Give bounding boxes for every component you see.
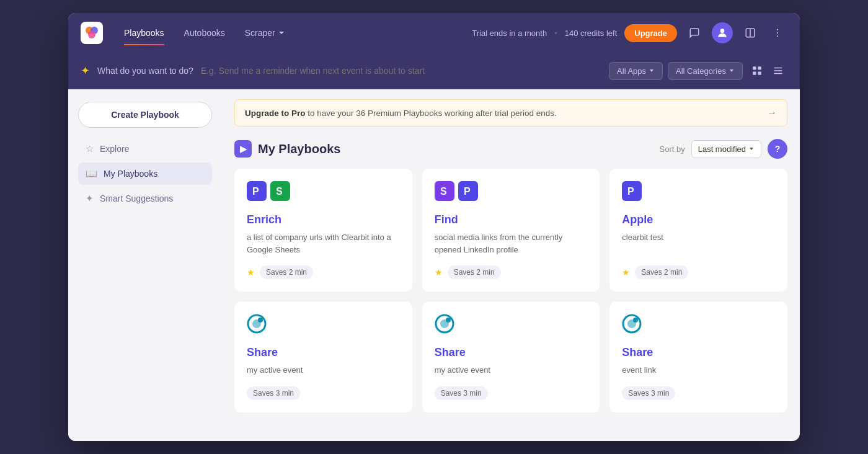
playbook-card-share-3[interactable]: Share event link Saves 3 min (609, 301, 787, 412)
more-options-btn[interactable] (768, 23, 787, 43)
nav-playbooks[interactable]: Playbooks (115, 23, 173, 43)
svg-point-34 (633, 318, 638, 323)
card-description: my active event (435, 364, 588, 376)
view-toggle (748, 61, 787, 80)
card-footer: Saves 3 min (435, 386, 588, 400)
sidebar-item-my-playbooks[interactable]: 📖 My Playbooks (78, 162, 212, 185)
banner-arrow[interactable]: → (767, 107, 777, 118)
app-icon-blue: P (622, 181, 642, 203)
section-title-icon: ▶ (234, 140, 252, 158)
svg-rect-11 (753, 72, 756, 75)
sort-select[interactable]: Last modified (691, 140, 761, 158)
card-title: Share (247, 346, 400, 359)
app-icon-purple: S (435, 181, 454, 203)
saves-badge: Saves 2 min (260, 265, 313, 279)
card-description: social media links from the currently op… (435, 231, 588, 256)
my-playbooks-icon: 📖 (86, 168, 97, 179)
app-icon-teal (435, 314, 454, 336)
card-title: Enrich (247, 213, 400, 226)
card-title: Share (435, 346, 588, 359)
card-title: Apple (622, 213, 775, 226)
list-view-btn[interactable] (769, 61, 787, 80)
svg-point-8 (777, 35, 778, 37)
card-icons: PS (247, 181, 400, 203)
svg-rect-12 (758, 72, 761, 75)
svg-point-2 (88, 31, 95, 38)
svg-rect-14 (774, 70, 782, 71)
card-description: my active event (247, 364, 400, 376)
split-view-btn[interactable] (740, 23, 760, 43)
app-icon-green: S (270, 181, 290, 203)
star-icon: ★ (435, 267, 443, 277)
svg-point-7 (777, 32, 778, 33)
sidebar-item-explore[interactable]: ☆ Explore (78, 138, 212, 160)
star-icon: ★ (622, 267, 630, 277)
playbooks-grid: PS Enrich a list of company urls with Cl… (234, 169, 787, 412)
all-categories-filter[interactable]: All Categories (668, 62, 743, 80)
card-footer: Saves 3 min (622, 386, 775, 400)
card-icons (435, 314, 588, 336)
app-logo[interactable] (81, 22, 103, 44)
svg-text:S: S (276, 186, 283, 197)
card-title: Share (622, 346, 775, 359)
svg-rect-13 (774, 68, 782, 69)
top-nav: Playbooks Autobooks Scraper Trial ends i… (68, 13, 800, 53)
filter-group: All Apps All Categories (609, 61, 787, 80)
svg-text:P: P (464, 186, 471, 197)
split-view-icon (745, 27, 756, 38)
svg-rect-15 (774, 73, 782, 74)
saves-badge: Saves 2 min (635, 265, 688, 279)
grid-view-btn[interactable] (748, 61, 766, 80)
create-playbook-button[interactable]: Create Playbook (78, 102, 212, 128)
playbook-card-enrich[interactable]: PS Enrich a list of company urls with Cl… (234, 169, 412, 292)
card-description: clearbit test (622, 231, 775, 256)
card-description: a list of company urls with Clearbit int… (247, 231, 400, 256)
content-area: Upgrade to Pro to have your 36 Premium P… (222, 89, 800, 441)
chevron-categories-icon (728, 68, 735, 74)
help-badge[interactable]: ? (768, 139, 787, 159)
nav-scraper[interactable]: Scraper (236, 23, 294, 43)
playbook-card-find[interactable]: SP Find social media links from the curr… (422, 169, 600, 292)
svg-point-28 (258, 318, 263, 323)
sidebar: Create Playbook ☆ Explore 📖 My Playbooks… (68, 89, 222, 441)
smart-suggestions-icon: ✦ (86, 193, 94, 204)
app-icon-blue: P (458, 181, 478, 203)
svg-text:P: P (252, 186, 259, 197)
sidebar-item-smart-suggestions[interactable]: ✦ Smart Suggestions (78, 187, 212, 210)
trial-text: Trial ends in a month (472, 29, 547, 38)
section-header: ▶ My Playbooks Sort by Last modified ? (234, 139, 787, 159)
svg-text:S: S (440, 186, 447, 197)
chevron-down-icon (278, 29, 285, 37)
banner-text: Upgrade to Pro to have your 36 Premium P… (245, 109, 557, 118)
list-icon (773, 65, 784, 76)
card-footer: ★ Saves 2 min (435, 265, 588, 279)
messages-icon-btn[interactable] (684, 23, 704, 43)
avatar-icon (716, 27, 728, 39)
user-avatar[interactable] (712, 22, 733, 43)
card-title: Find (435, 213, 588, 226)
nav-autobooks[interactable]: Autobooks (175, 23, 234, 43)
search-bar: ✦ What do you want to do? All Apps All C… (68, 53, 800, 89)
nav-right: Trial ends in a month • 140 credits left… (472, 22, 787, 43)
playbook-card-share-2[interactable]: Share my active event Saves 3 min (422, 301, 600, 412)
upgrade-button[interactable]: Upgrade (624, 24, 677, 42)
playbook-card-apple[interactable]: P Apple clearbit test ★ Saves 2 min (609, 169, 787, 292)
section-title: ▶ My Playbooks (234, 140, 340, 158)
all-apps-filter[interactable]: All Apps (609, 62, 663, 80)
main-content: Create Playbook ☆ Explore 📖 My Playbooks… (68, 89, 800, 441)
playbook-card-share-1[interactable]: Share my active event Saves 3 min (234, 301, 412, 412)
card-description: event link (622, 364, 775, 376)
saves-badge: Saves 3 min (247, 386, 300, 400)
card-footer: Saves 3 min (247, 386, 400, 400)
app-icon-teal (247, 314, 267, 336)
saves-badge: Saves 3 min (435, 386, 488, 400)
svg-rect-10 (758, 66, 761, 69)
sort-area: Sort by Last modified ? (659, 139, 787, 159)
card-icons: SP (435, 181, 588, 203)
card-icons (247, 314, 400, 336)
search-input[interactable] (201, 66, 601, 76)
upgrade-banner: Upgrade to Pro to have your 36 Premium P… (234, 99, 787, 127)
sparkle-icon: ✦ (81, 64, 90, 78)
svg-text:P: P (627, 186, 634, 197)
sort-chevron-icon (748, 146, 755, 152)
